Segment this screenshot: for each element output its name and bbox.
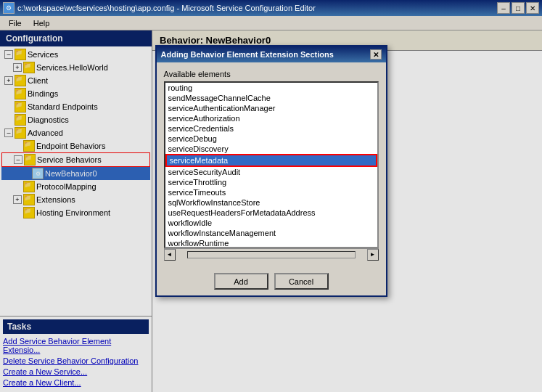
list-item-servicethrottling[interactable]: serviceThrottling <box>165 177 377 187</box>
list-item-serviceauthmanager[interactable]: serviceAuthenticationManager <box>165 103 377 113</box>
menu-bar: File Help <box>0 16 542 30</box>
list-item-servicesecurity[interactable]: serviceSecurityAudit <box>165 167 377 177</box>
list-item-routing[interactable]: routing <box>165 83 377 93</box>
dialog-button-row: Add Cancel <box>157 267 386 295</box>
main-layout: Configuration – 📁 Services + 📁 Services.… <box>0 30 542 392</box>
list-item-servicediscovery[interactable]: serviceDiscovery <box>165 144 377 154</box>
dialog-close-button[interactable]: ✕ <box>370 49 382 60</box>
list-item-sendmessage[interactable]: sendMessageChannelCache <box>165 93 377 103</box>
dialog-add-behavior: Adding Behavior Element Extension Sectio… <box>155 45 387 297</box>
close-button[interactable]: ✕ <box>526 2 539 14</box>
dialog-body: Available elements routing sendMessageCh… <box>157 62 386 267</box>
available-elements-label: Available elements <box>164 70 379 78</box>
list-item-workflowruntime[interactable]: workflowRuntime <box>165 238 377 247</box>
dialog-title-text: Adding Behavior Element Extension Sectio… <box>161 50 334 59</box>
right-panel: Behavior: NewBehavior0 avior is indexed … <box>152 30 542 392</box>
add-button[interactable]: Add <box>214 273 268 290</box>
scroll-track[interactable] <box>187 251 356 258</box>
list-item-userequestheaders[interactable]: useRequestHeadersForMetadataAddress <box>165 208 377 218</box>
horizontal-scrollbar[interactable]: ◄ ► <box>164 248 379 260</box>
menu-help[interactable]: Help <box>28 17 56 29</box>
title-controls: – □ ✕ <box>497 2 539 14</box>
modal-overlay: Adding Behavior Element Extension Sectio… <box>0 30 542 392</box>
list-items-container: routing sendMessageChannelCache serviceA… <box>165 83 377 247</box>
minimize-button[interactable]: – <box>497 2 510 14</box>
list-item-workflowinstance[interactable]: workflowInstanceManagement <box>165 228 377 238</box>
scroll-right-btn[interactable]: ► <box>367 249 379 261</box>
elements-list[interactable]: routing sendMessageChannelCache serviceA… <box>164 81 379 248</box>
list-item-servicemetadata[interactable]: serviceMetadata <box>165 154 377 167</box>
maximize-button[interactable]: □ <box>512 2 525 14</box>
list-item-servicetimeouts[interactable]: serviceTimeouts <box>165 187 377 197</box>
list-item-workflowidle[interactable]: workflowIdle <box>165 218 377 228</box>
menu-file[interactable]: File <box>3 17 28 29</box>
list-item-servicecredentials[interactable]: serviceCredentials <box>165 123 377 134</box>
list-item-serviceauth[interactable]: serviceAuthorization <box>165 113 377 123</box>
app-icon: ⚙ <box>3 2 15 14</box>
list-item-servicedebug[interactable]: serviceDebug <box>165 134 377 144</box>
cancel-button[interactable]: Cancel <box>274 273 329 290</box>
dialog-title-bar: Adding Behavior Element Extension Sectio… <box>157 46 386 62</box>
title-bar: ⚙ c:\workspace\wcfservices\hosting\app.c… <box>0 0 542 16</box>
scroll-left-btn[interactable]: ◄ <box>164 249 176 261</box>
list-item-sqlworkflow[interactable]: sqlWorkflowInstanceStore <box>165 197 377 208</box>
title-text: c:\workspace\wcfservices\hosting\app.con… <box>17 4 316 12</box>
